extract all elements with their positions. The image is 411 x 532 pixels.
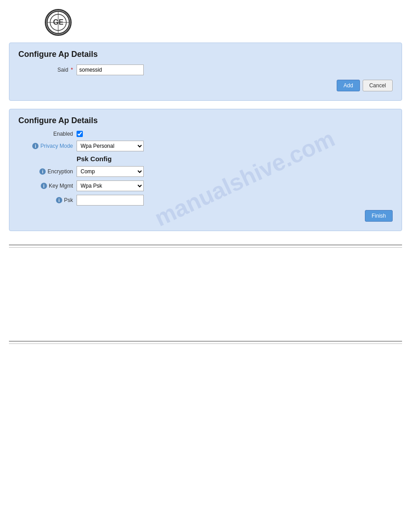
panel2-buttons: Finish <box>18 210 393 222</box>
psk-row: i Psk <box>18 195 393 206</box>
encryption-select[interactable]: Comp TKIP AES <box>77 166 144 177</box>
enabled-label: Enabled <box>18 131 77 137</box>
psk-label: i Psk <box>18 197 77 203</box>
add-button[interactable]: Add <box>337 80 360 91</box>
panel2-title: Configure Ap Details <box>18 116 393 125</box>
key-mgmt-info-icon[interactable]: i <box>41 183 47 189</box>
encryption-info-icon[interactable]: i <box>39 168 46 175</box>
divider-line-1 <box>9 245 402 245</box>
ge-logo: GE <box>45 9 72 36</box>
encryption-label: i Encryption <box>18 168 77 175</box>
privacy-mode-label: i Privacy Mode <box>18 143 77 149</box>
finish-button[interactable]: Finish <box>365 210 393 222</box>
cancel-button[interactable]: Cancel <box>363 80 393 91</box>
header: GE <box>9 4 402 43</box>
panel1-title: Configure Ap Details <box>18 50 393 59</box>
psk-info-icon[interactable]: i <box>56 197 62 203</box>
said-input[interactable] <box>77 64 144 75</box>
panel2: Configure Ap Details Enabled i Privacy M… <box>9 109 402 231</box>
psk-config-title: Psk Config <box>18 155 393 163</box>
privacy-mode-select[interactable]: Wpa Personal Open WEP <box>77 141 144 151</box>
bottom-dividers <box>9 341 402 344</box>
key-mgmt-row: i Key Mgmt Wpa Psk Wpa2 Psk <box>18 180 393 191</box>
ge-logo-svg: GE <box>46 10 70 34</box>
enabled-checkbox[interactable] <box>77 131 83 137</box>
privacy-mode-info-icon[interactable]: i <box>32 143 39 149</box>
said-label: Said <box>18 67 77 73</box>
key-mgmt-select[interactable]: Wpa Psk Wpa2 Psk <box>77 180 144 191</box>
psk-input[interactable] <box>77 195 144 206</box>
bottom-divider-line-1 <box>9 341 402 342</box>
privacy-mode-row: i Privacy Mode Wpa Personal Open WEP <box>18 141 393 151</box>
footer-area <box>9 249 402 339</box>
divider-section <box>9 245 402 248</box>
panel1-buttons: Add Cancel <box>18 80 393 91</box>
panel1: Configure Ap Details Said Add Cancel <box>9 43 402 101</box>
said-row: Said <box>18 64 393 75</box>
enabled-row: Enabled <box>18 131 393 137</box>
bottom-divider-line-2 <box>9 343 402 344</box>
key-mgmt-label: i Key Mgmt <box>18 183 77 189</box>
encryption-row: i Encryption Comp TKIP AES <box>18 166 393 177</box>
divider-line-2 <box>9 247 402 248</box>
